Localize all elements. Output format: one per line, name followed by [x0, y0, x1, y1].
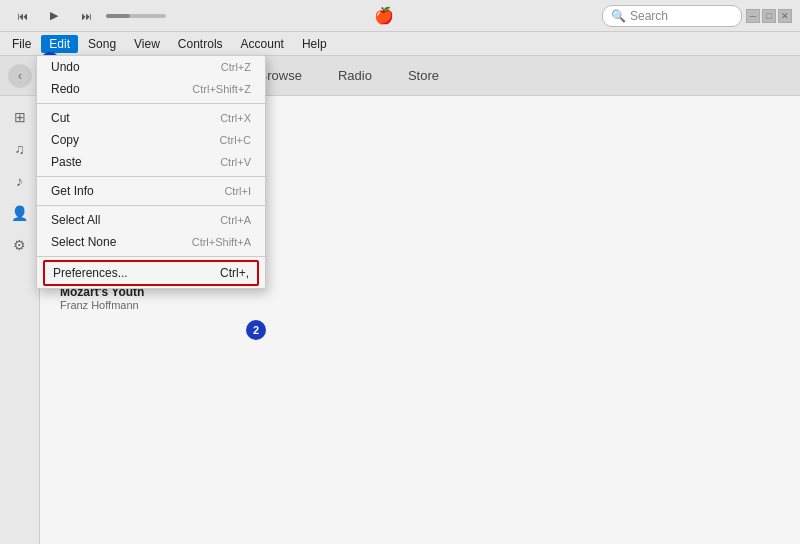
window-controls: ─ □ ✕ [746, 9, 792, 23]
sidebar-icon-note[interactable]: ♪ [7, 168, 33, 194]
title-bar: ⏮ ▶ ⏭ 🍎 🔍 Search ─ □ ✕ [0, 0, 800, 32]
tab-radio[interactable]: Radio [322, 64, 388, 87]
menu-account[interactable]: Account [233, 35, 292, 53]
maximize-button[interactable]: □ [762, 9, 776, 23]
preferences-highlight: Preferences... Ctrl+, [43, 260, 259, 286]
menu-file[interactable]: File [4, 35, 39, 53]
tab-store[interactable]: Store [392, 64, 455, 87]
separator-3 [37, 205, 265, 206]
sidebar-icon-gear[interactable]: ⚙ [7, 232, 33, 258]
separator-1 [37, 103, 265, 104]
separator-2 [37, 176, 265, 177]
prev-button[interactable]: ⏮ [8, 5, 36, 27]
menu-item-select-all[interactable]: Select All Ctrl+A [37, 209, 265, 231]
search-placeholder: Search [630, 9, 668, 23]
menu-controls[interactable]: Controls [170, 35, 231, 53]
album-artist: Franz Hoffmann [60, 299, 190, 311]
menu-item-preferences[interactable]: Preferences... Ctrl+, [45, 262, 257, 284]
apple-logo: 🍎 [374, 6, 394, 25]
menu-item-select-none[interactable]: Select None Ctrl+Shift+A [37, 231, 265, 253]
menu-item-redo[interactable]: Redo Ctrl+Shift+Z [37, 78, 265, 100]
menu-item-get-info[interactable]: Get Info Ctrl+I [37, 180, 265, 202]
volume-slider[interactable] [106, 14, 166, 18]
menu-item-paste[interactable]: Paste Ctrl+V [37, 151, 265, 173]
menu-item-undo[interactable]: Undo Ctrl+Z [37, 56, 265, 78]
play-button[interactable]: ▶ [40, 5, 68, 27]
edit-dropdown-menu: Undo Ctrl+Z Redo Ctrl+Shift+Z Cut Ctrl+X… [36, 55, 266, 289]
menu-item-copy[interactable]: Copy Ctrl+C [37, 129, 265, 151]
close-button[interactable]: ✕ [778, 9, 792, 23]
playback-controls: ⏮ ▶ ⏭ [8, 5, 100, 27]
sidebar-icon-music[interactable]: ♫ [7, 136, 33, 162]
title-bar-left: ⏮ ▶ ⏭ [8, 5, 166, 27]
back-button[interactable]: ‹ [8, 64, 32, 88]
menu-item-cut[interactable]: Cut Ctrl+X [37, 107, 265, 129]
badge-2: 2 [246, 320, 266, 340]
title-bar-right: 🔍 Search ─ □ ✕ [602, 5, 792, 27]
menu-view[interactable]: View [126, 35, 168, 53]
search-box[interactable]: 🔍 Search [602, 5, 742, 27]
search-icon: 🔍 [611, 9, 626, 23]
sidebar: ⊞ ♫ ♪ 👤 ⚙ [0, 96, 40, 544]
menu-edit[interactable]: Edit [41, 35, 78, 53]
separator-4 [37, 256, 265, 257]
next-button[interactable]: ⏭ [72, 5, 100, 27]
menu-bar: File Edit Song View Controls Account Hel… [0, 32, 800, 56]
minimize-button[interactable]: ─ [746, 9, 760, 23]
sidebar-icon-artist[interactable]: 👤 [7, 200, 33, 226]
menu-help[interactable]: Help [294, 35, 335, 53]
sidebar-icon-grid[interactable]: ⊞ [7, 104, 33, 130]
menu-song[interactable]: Song [80, 35, 124, 53]
